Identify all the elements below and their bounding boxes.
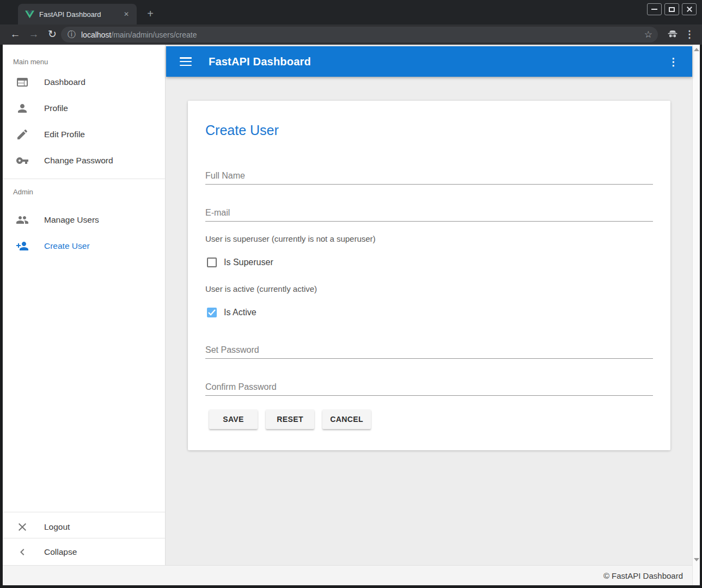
sidebar-section-main-menu: Main menu [3, 45, 165, 69]
is-superuser-checkbox[interactable] [207, 258, 217, 267]
confirm-password-field [205, 378, 653, 396]
tab-strip: FastAPI Dashboard ✕ + [0, 0, 702, 24]
sidebar-bottom: Logout Collapse [3, 512, 165, 565]
reload-icon[interactable]: ↻ [45, 27, 60, 42]
page-title: Create User [205, 122, 653, 138]
sidebar-item-dashboard[interactable]: Dashboard [3, 69, 165, 95]
person-add-icon [16, 240, 29, 253]
save-button[interactable]: SAVE [209, 409, 258, 429]
new-tab-button[interactable]: + [143, 7, 158, 22]
key-icon [16, 154, 29, 167]
window-controls [647, 3, 697, 15]
check-icon [208, 309, 216, 316]
set-password-field [205, 341, 653, 359]
sidebar-item-change-password[interactable]: Change Password [3, 148, 165, 174]
pencil-icon [16, 128, 29, 141]
browser-tab[interactable]: FastAPI Dashboard ✕ [18, 4, 137, 24]
minimize-button[interactable] [647, 3, 662, 15]
sidebar-item-profile[interactable]: Profile [3, 95, 165, 121]
scroll-up-icon[interactable] [694, 48, 699, 51]
scroll-down-icon[interactable] [694, 558, 699, 561]
forward-icon[interactable]: → [26, 27, 41, 42]
set-password-input[interactable] [205, 341, 653, 359]
page-footer: © FastAPI Dashboard [3, 565, 692, 585]
reset-button[interactable]: RESET [266, 409, 314, 429]
cancel-button[interactable]: CANCEL [322, 409, 371, 429]
is-active-label: Is Active [224, 308, 257, 317]
app-bar: FastAPI Dashboard ⋮ [166, 46, 692, 77]
person-icon [16, 102, 29, 115]
close-icon [686, 6, 693, 13]
sidebar-item-create-user[interactable]: Create User [3, 233, 165, 259]
full-name-field [205, 167, 653, 185]
confirm-password-input[interactable] [205, 378, 653, 396]
maximize-button[interactable] [664, 3, 679, 15]
is-superuser-checkbox-row[interactable]: Is Superuser [207, 258, 653, 267]
full-name-input[interactable] [205, 167, 653, 185]
appbar-overflow-icon[interactable]: ⋮ [668, 57, 679, 67]
page-scrollbar[interactable] [692, 45, 700, 585]
form-buttons: SAVE RESET CANCEL [209, 409, 653, 429]
tab-title: FastAPI Dashboard [39, 10, 121, 19]
email-field [205, 204, 653, 222]
hamburger-menu-icon[interactable] [180, 57, 192, 66]
page-info-icon[interactable]: ⓘ [68, 29, 76, 40]
sidebar-item-manage-users[interactable]: Manage Users [3, 207, 165, 233]
sidebar-item-edit-profile[interactable]: Edit Profile [3, 121, 165, 148]
is-superuser-label: Is Superuser [224, 258, 273, 267]
browser-menu-icon[interactable]: ⋮ [685, 27, 694, 41]
copyright-text: © FastAPI Dashboard [603, 571, 683, 580]
chevron-left-icon [16, 546, 29, 559]
sidebar-item-collapse[interactable]: Collapse [3, 538, 165, 565]
sidebar-item-logout[interactable]: Logout [3, 512, 165, 538]
incognito-icon [666, 27, 679, 42]
main-content: Create User User is superuser (currently… [166, 77, 692, 565]
close-tab-icon[interactable]: ✕ [121, 9, 131, 19]
maximize-icon [669, 7, 675, 12]
superuser-hint: User is superuser (currently is not a su… [205, 234, 653, 243]
web-page: Main menu Dashboard Profile Edit Profile [3, 45, 700, 585]
close-window-button[interactable] [682, 3, 697, 15]
vue-logo-icon [25, 10, 34, 19]
minimize-icon [651, 9, 657, 10]
browser-window: FastAPI Dashboard ✕ + ← → ↻ ⓘ localhost/… [0, 0, 702, 588]
sidebar-section-admin: Admin [3, 179, 165, 199]
back-icon[interactable]: ← [8, 27, 23, 42]
dashboard-icon [16, 76, 29, 89]
sidebar: Main menu Dashboard Profile Edit Profile [3, 45, 166, 565]
close-x-icon [16, 520, 29, 534]
address-bar[interactable]: ⓘ localhost/main/admin/users/create ☆ [61, 27, 658, 42]
url-text[interactable]: localhost/main/admin/users/create [81, 30, 644, 39]
bookmark-star-icon[interactable]: ☆ [644, 29, 652, 40]
is-active-checkbox[interactable] [207, 308, 217, 317]
active-hint: User is active (currently active) [205, 284, 653, 293]
create-user-card: Create User User is superuser (currently… [188, 101, 670, 450]
app-title: FastAPI Dashboard [209, 56, 311, 68]
is-active-checkbox-row[interactable]: Is Active [207, 308, 653, 317]
email-input[interactable] [205, 204, 653, 222]
browser-toolbar: ← → ↻ ⓘ localhost/main/admin/users/creat… [0, 24, 702, 45]
group-icon [16, 213, 29, 226]
